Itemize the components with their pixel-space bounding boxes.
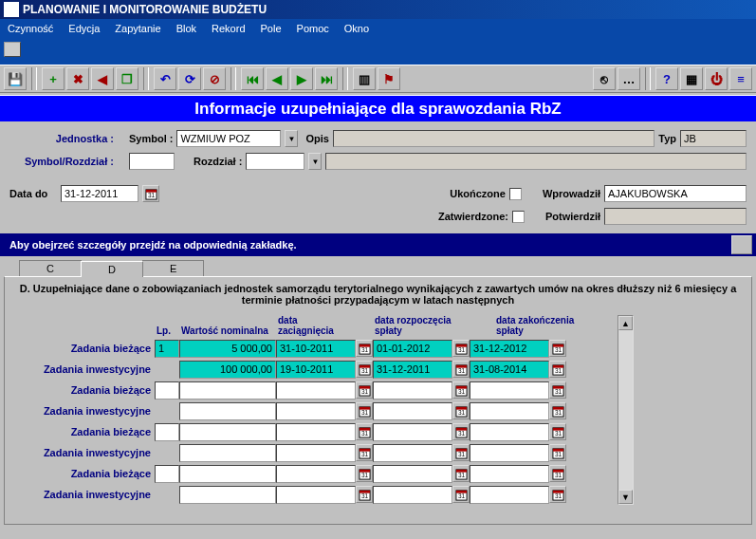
exit-icon[interactable]: ⎋ <box>593 67 616 90</box>
calendar-icon[interactable]: 31 <box>452 402 470 419</box>
data-roz-cell[interactable] <box>373 444 452 462</box>
data-zak-cell[interactable] <box>470 381 549 400</box>
clear-icon[interactable]: ◀ <box>91 67 114 90</box>
menu-zapytanie[interactable]: Zapytanie <box>109 21 166 36</box>
flag-icon[interactable]: ⚑ <box>378 67 400 90</box>
calendar-icon[interactable]: 31 <box>549 402 566 419</box>
menu-czynnosc[interactable]: Czynność <box>2 21 59 36</box>
data-roz-cell[interactable]: 01-01-2012 <box>373 340 452 358</box>
scroll-up-icon[interactable]: ▲ <box>618 316 633 330</box>
calendar-icon[interactable]: 31 <box>452 423 470 440</box>
wartosc-cell[interactable] <box>179 381 276 400</box>
form-icon[interactable]: ▥ <box>353 67 376 90</box>
symbol-dropdown-icon[interactable] <box>285 130 298 147</box>
menu-blok[interactable]: Blok <box>171 21 202 36</box>
wartosc-cell[interactable] <box>179 423 276 441</box>
menu-edycja[interactable]: Edycja <box>63 21 105 36</box>
symbol-field[interactable]: WZMIUW POZ <box>176 130 281 147</box>
scroll-down-icon[interactable]: ▼ <box>618 490 633 504</box>
options-icon[interactable]: ≡ <box>729 67 752 90</box>
lp-cell[interactable] <box>155 465 179 483</box>
undo-icon[interactable]: ↶ <box>154 67 176 90</box>
data-zac-cell[interactable]: 31-10-2011 <box>276 340 356 358</box>
menu-pole[interactable]: Pole <box>255 21 287 36</box>
wartosc-cell[interactable] <box>179 444 276 462</box>
calendar-icon[interactable]: 31 <box>549 486 566 503</box>
data-roz-cell[interactable] <box>373 465 452 483</box>
save-icon[interactable]: 💾 <box>4 67 27 90</box>
data-roz-cell[interactable]: 31-12-2011 <box>373 361 452 379</box>
lp-cell[interactable] <box>155 381 179 400</box>
data-zac-cell[interactable] <box>276 381 356 400</box>
calendar-icon[interactable]: 31 <box>356 381 373 399</box>
calendar-icon[interactable]: 31 <box>452 444 470 461</box>
symbolrozdzial-field[interactable] <box>129 153 175 170</box>
data-zak-cell[interactable] <box>470 444 549 462</box>
data-roz-cell[interactable] <box>373 486 452 504</box>
lp-cell[interactable]: 1 <box>155 340 179 358</box>
data-roz-cell[interactable] <box>373 423 452 441</box>
toolbar-toggle-button[interactable] <box>4 42 21 57</box>
copy-icon[interactable]: ❐ <box>116 67 138 90</box>
data-zac-cell[interactable] <box>276 402 356 420</box>
menu-okno[interactable]: Okno <box>339 21 375 36</box>
calendar-icon[interactable]: 31 <box>356 486 373 503</box>
refresh-icon[interactable]: ⟳ <box>178 67 201 90</box>
stop-icon[interactable]: ⊘ <box>203 67 226 90</box>
zatwierdzone-checkbox[interactable] <box>512 211 525 223</box>
tab-d[interactable]: D <box>81 261 143 277</box>
data-zak-cell[interactable] <box>470 423 549 441</box>
calendar-icon[interactable]: 31 <box>356 402 373 419</box>
calendar-icon[interactable]: 31 <box>356 361 373 378</box>
data-roz-cell[interactable] <box>373 381 452 400</box>
data-do-field[interactable]: 31-12-2011 <box>61 185 138 202</box>
data-zak-cell[interactable] <box>470 486 549 504</box>
ukonczone-checkbox[interactable] <box>509 188 522 200</box>
calendar-icon[interactable]: 31 <box>549 444 566 461</box>
menu-pomoc[interactable]: Pomoc <box>291 21 335 36</box>
data-zak-cell[interactable]: 31-12-2012 <box>470 340 549 358</box>
data-zac-cell[interactable] <box>276 486 356 504</box>
rozdzial-field[interactable] <box>246 153 304 170</box>
calendar-icon[interactable]: 31 <box>452 486 470 503</box>
data-zac-cell[interactable] <box>276 423 356 441</box>
wartosc-cell[interactable]: 5 000,00 <box>179 340 276 358</box>
wartosc-cell[interactable]: 100 000,00 <box>179 361 276 379</box>
calendar-icon[interactable]: 31 <box>356 444 373 461</box>
calendar-icon[interactable]: 31 <box>452 381 470 399</box>
tab-e[interactable]: E <box>142 260 204 276</box>
data-zak-cell[interactable] <box>470 465 549 483</box>
menu-rekord[interactable]: Rekord <box>206 21 250 36</box>
next-record-icon[interactable]: ▶ <box>290 67 313 90</box>
data-zak-cell[interactable] <box>470 402 549 420</box>
data-zac-cell[interactable] <box>276 465 356 483</box>
last-record-icon[interactable]: ⏭ <box>315 67 338 90</box>
close-icon[interactable]: ⏻ <box>705 67 728 90</box>
data-zac-cell[interactable]: 19-10-2011 <box>276 361 356 379</box>
calendar-icon[interactable]: 31 <box>452 361 470 378</box>
help-icon[interactable]: ? <box>655 67 678 90</box>
delete-icon[interactable]: ✖ <box>66 67 89 90</box>
calendar-icon[interactable]: 31 <box>356 465 373 482</box>
more-icon[interactable]: … <box>618 67 640 90</box>
add-icon[interactable]: + <box>42 67 65 90</box>
calendar-icon[interactable]: 31 <box>549 465 566 482</box>
rozdzial-dropdown-icon[interactable] <box>308 153 322 170</box>
data-zac-cell[interactable] <box>276 444 356 462</box>
tab-c[interactable]: C <box>19 260 82 276</box>
grid-scrollbar[interactable]: ▲ ▼ <box>618 315 634 505</box>
grid-icon[interactable]: ▦ <box>680 67 703 90</box>
data-roz-cell[interactable] <box>373 402 452 420</box>
calendar-icon[interactable]: 31 <box>549 340 566 357</box>
data-do-calendar-icon[interactable]: 31 <box>142 185 159 202</box>
data-zak-cell[interactable]: 31-08-2014 <box>470 361 549 379</box>
calendar-icon[interactable]: 31 <box>452 465 470 482</box>
first-record-icon[interactable]: ⏮ <box>241 67 264 90</box>
info-band-button[interactable] <box>731 235 752 254</box>
lp-cell[interactable] <box>155 423 179 441</box>
calendar-icon[interactable]: 31 <box>356 423 373 440</box>
prev-record-icon[interactable]: ◀ <box>266 67 288 90</box>
calendar-icon[interactable]: 31 <box>549 381 566 399</box>
calendar-icon[interactable]: 31 <box>549 361 566 378</box>
calendar-icon[interactable]: 31 <box>452 340 470 357</box>
